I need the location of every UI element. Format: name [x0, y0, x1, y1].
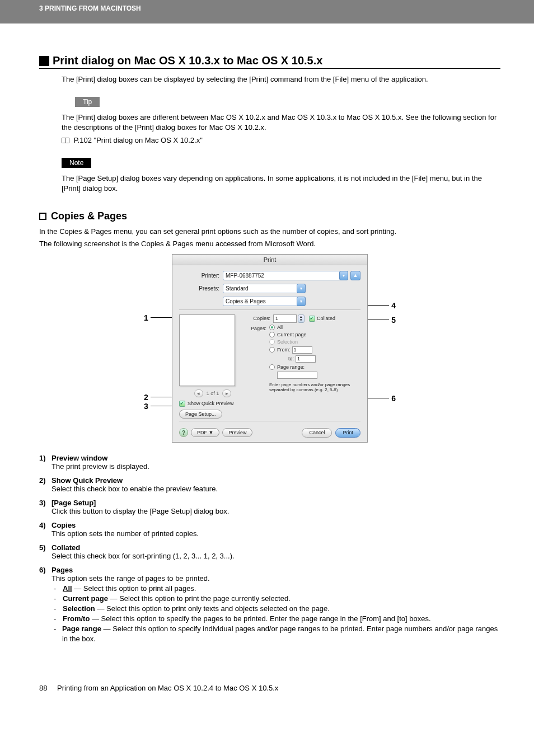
sub-lead: Selection: [63, 604, 95, 613]
chevron-down-icon: ▾: [297, 284, 306, 293]
next-page-button[interactable]: ▸: [222, 389, 231, 397]
callout-4: 4: [391, 301, 396, 310]
sub-lead: Current page: [63, 594, 108, 603]
item-title: Pages: [51, 566, 500, 574]
hollow-square-icon: [39, 213, 46, 220]
copies-stepper[interactable]: ▴▾: [298, 314, 305, 323]
subsection-title: Copies & Pages: [51, 210, 127, 222]
pages-all-radio[interactable]: [269, 325, 275, 330]
print-button[interactable]: Print: [335, 428, 360, 438]
subsection-intro-1: In the Copies & Pages menu, you can set …: [39, 227, 500, 237]
preview-window: [179, 314, 235, 386]
pages-current-radio[interactable]: [269, 332, 275, 337]
from-input[interactable]: 1: [292, 346, 312, 354]
help-button[interactable]: ?: [179, 428, 188, 437]
preview-nav: ◂ 1 of 1 ▸: [179, 389, 246, 397]
page-footer: 88 Printing from an Application on Mac O…: [0, 661, 534, 703]
callout-line: [151, 406, 172, 406]
dialog-title: Print: [172, 255, 367, 265]
panel-select[interactable]: Copies & Pages ▾: [223, 297, 306, 306]
sub-lead: Page range: [62, 624, 101, 633]
item-title: Show Quick Preview: [51, 476, 500, 485]
callout-line: [151, 397, 172, 397]
note-text: The [Page Setup] dialog boxes vary depen…: [62, 173, 500, 194]
tip-text: The [Print] dialog boxes are different b…: [62, 112, 500, 133]
presets-select[interactable]: Standard ▾: [223, 284, 306, 293]
callout-3: 3: [144, 402, 148, 411]
to-input[interactable]: 1: [296, 355, 316, 363]
item-number: 2): [39, 476, 51, 493]
subsection-heading: Copies & Pages: [39, 210, 500, 222]
item-number: 6): [39, 566, 51, 645]
page-range-hint: Enter page numbers and/or page ranges se…: [269, 382, 360, 393]
item-desc: Select this check box for sort-printing …: [51, 552, 500, 560]
item-title: [Page Setup]: [51, 499, 500, 507]
chevron-down-icon: ▾: [297, 297, 306, 306]
sub-lead: All: [63, 584, 72, 593]
item-desc: The print preview is displayed.: [51, 462, 500, 471]
screenshot-figure: 1 2 3 4 5 6 Print Printer: MFP-06887752 …: [148, 254, 391, 443]
page-range-input[interactable]: [277, 372, 317, 379]
item-number: 3): [39, 499, 51, 515]
page-indicator: 1 of 1: [207, 391, 219, 396]
divider: [179, 309, 360, 310]
printer-info-button[interactable]: ▲: [350, 271, 360, 280]
show-quick-preview-checkbox[interactable]: [179, 401, 185, 407]
note-badge: Note: [62, 158, 91, 168]
chevron-down-icon: ▾: [339, 271, 348, 280]
tip-reference: P.102 "Print dialog on Mac OS X 10.2.x": [62, 135, 500, 145]
callout-5: 5: [391, 316, 396, 325]
item-title: Collated: [51, 543, 500, 552]
collated-label: Collated: [317, 316, 335, 321]
pages-from-radio[interactable]: [269, 347, 275, 353]
collated-checkbox[interactable]: [309, 316, 315, 322]
subsection-intro-2: The following screenshot is the Copies &…: [39, 239, 500, 249]
pdf-button[interactable]: PDF ▼: [191, 428, 219, 437]
cancel-button[interactable]: Cancel: [302, 428, 332, 438]
item-number: 1): [39, 454, 51, 471]
item-desc: This option sets the number of printed c…: [51, 529, 500, 538]
chapter-header: 3 PRINTING FROM MACINTOSH: [0, 0, 534, 24]
chapter-title: 3 PRINTING FROM MACINTOSH: [39, 4, 141, 12]
page-setup-button[interactable]: Page Setup...: [179, 410, 222, 419]
item-desc: This option sets the range of pages to b…: [51, 574, 500, 583]
callout-2: 2: [144, 393, 148, 402]
tip-ref-text: P.102 "Print dialog on Mac OS X 10.2.x": [74, 136, 203, 144]
pages-label: Pages:: [251, 325, 269, 331]
callout-1: 1: [144, 313, 148, 322]
tip-badge: Tip: [75, 97, 100, 107]
square-bullet-icon: [39, 56, 49, 66]
print-dialog: Print Printer: MFP-06887752 ▾ ▲ Presets:…: [172, 254, 368, 443]
callout-6: 6: [391, 394, 396, 403]
item-desc: Select this check box to enable the prev…: [51, 485, 500, 493]
pages-range-radio[interactable]: [269, 364, 275, 370]
preview-button[interactable]: Preview: [222, 428, 252, 437]
callout-line: [368, 398, 389, 398]
item-title: Copies: [51, 521, 500, 529]
section-title: Print dialog on Mac OS X 10.3.x to Mac O…: [53, 54, 322, 67]
printer-select[interactable]: MFP-06887752 ▾: [223, 271, 348, 280]
sub-lead: From/to: [63, 614, 90, 623]
item-desc: Click this button to display the [Page S…: [51, 507, 500, 515]
printer-label: Printer:: [179, 273, 223, 279]
callout-line: [368, 305, 389, 306]
footer-title: Printing from an Application on Mac OS X…: [57, 684, 278, 692]
divider: [179, 421, 360, 421]
item-number: 4): [39, 521, 51, 538]
copies-label: Copies:: [251, 314, 273, 321]
presets-label: Presets:: [179, 285, 223, 292]
section-heading: Print dialog on Mac OS X 10.3.x to Mac O…: [39, 54, 500, 69]
copies-input[interactable]: 1: [273, 314, 297, 323]
prev-page-button[interactable]: ◂: [194, 389, 203, 397]
item-number: 5): [39, 543, 51, 560]
item-title: Preview window: [51, 454, 500, 462]
intro-paragraph: The [Print] dialog boxes can be displaye…: [62, 74, 500, 84]
show-quick-preview-label: Show Quick Preview: [188, 401, 234, 406]
book-icon: [62, 138, 69, 143]
callout-line: [151, 317, 172, 318]
callout-line: [368, 320, 389, 320]
pages-selection-radio: [269, 339, 275, 345]
page-number: 88: [39, 684, 47, 692]
